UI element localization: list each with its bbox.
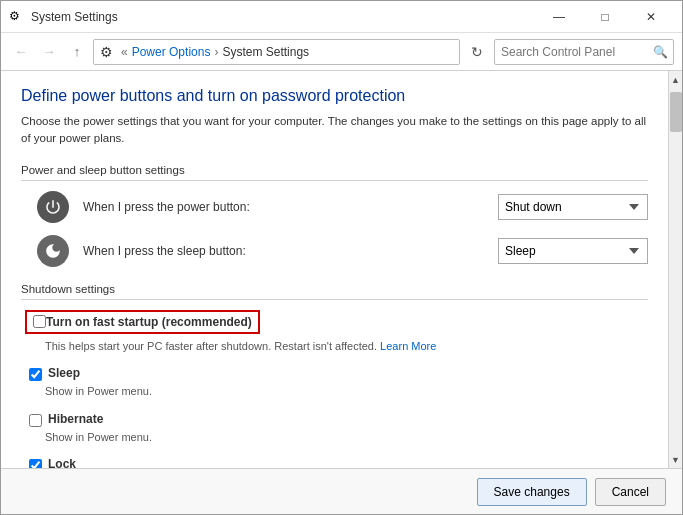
- sleep-button-label: When I press the sleep button:: [83, 244, 498, 258]
- lock-row: Lock: [21, 457, 648, 468]
- learn-more-link[interactable]: Learn More: [380, 340, 436, 352]
- window-icon: ⚙: [9, 9, 25, 25]
- page-title: Define power buttons and turn on passwor…: [21, 87, 648, 105]
- hibernate-row: Hibernate: [21, 412, 648, 427]
- shutdown-section: Shutdown settings Turn on fast startup (…: [21, 283, 648, 469]
- close-button[interactable]: ✕: [628, 1, 674, 33]
- sleep-button-row: When I press the sleep button: Sleep Do …: [21, 235, 648, 267]
- sleep-button-select[interactable]: Sleep Do nothing Hibernate Shut down: [498, 238, 648, 264]
- address-bar: ← → ↑ ⚙ « Power Options › System Setting…: [1, 33, 682, 71]
- breadcrumb-power-options[interactable]: Power Options: [132, 45, 211, 59]
- window-title: System Settings: [31, 10, 536, 24]
- minimize-button[interactable]: —: [536, 1, 582, 33]
- footer: Save changes Cancel: [1, 468, 682, 514]
- hibernate-help: Show in Power menu.: [21, 429, 648, 446]
- title-bar: ⚙ System Settings — □ ✕: [1, 1, 682, 33]
- scroll-track: [669, 88, 683, 451]
- cancel-button[interactable]: Cancel: [595, 478, 666, 506]
- breadcrumb-current: System Settings: [222, 45, 309, 59]
- window: ⚙ System Settings — □ ✕ ← → ↑ ⚙ « Power …: [0, 0, 683, 515]
- search-wrapper: 🔍: [494, 39, 674, 65]
- breadcrumb-arrow: ›: [214, 45, 218, 59]
- breadcrumb-icon: ⚙: [100, 44, 113, 60]
- power-button-row: When I press the power button: Shut down…: [21, 191, 648, 223]
- maximize-button[interactable]: □: [582, 1, 628, 33]
- main-content: Define power buttons and turn on passwor…: [1, 71, 668, 468]
- fast-startup-help: This helps start your PC faster after sh…: [21, 338, 648, 355]
- breadcrumb: ⚙ « Power Options › System Settings: [93, 39, 460, 65]
- forward-button[interactable]: →: [37, 40, 61, 64]
- fast-startup-checkbox[interactable]: [33, 315, 46, 328]
- sleep-button-icon: [37, 235, 69, 267]
- hibernate-label: Hibernate: [48, 412, 103, 426]
- lock-label: Lock: [48, 457, 76, 468]
- power-button-select[interactable]: Shut down Do nothing Sleep Hibernate Tur…: [498, 194, 648, 220]
- sleep-row: Sleep: [21, 366, 648, 381]
- power-button-icon: [37, 191, 69, 223]
- lock-checkbox[interactable]: [29, 459, 42, 468]
- power-sleep-section-title: Power and sleep button settings: [21, 164, 648, 181]
- back-button[interactable]: ←: [9, 40, 33, 64]
- up-button[interactable]: ↑: [65, 40, 89, 64]
- sleep-checkbox[interactable]: [29, 368, 42, 381]
- page-description: Choose the power settings that you want …: [21, 113, 648, 148]
- scroll-thumb[interactable]: [670, 92, 682, 132]
- fast-startup-label: Turn on fast startup (recommended): [46, 315, 252, 329]
- scrollbar: ▲ ▼: [668, 71, 682, 468]
- shutdown-section-title: Shutdown settings: [21, 283, 648, 300]
- hibernate-checkbox[interactable]: [29, 414, 42, 427]
- scroll-down-arrow[interactable]: ▼: [669, 451, 683, 468]
- refresh-button[interactable]: ↻: [464, 39, 490, 65]
- power-button-label: When I press the power button:: [83, 200, 498, 214]
- sleep-label: Sleep: [48, 366, 80, 380]
- sleep-help: Show in Power menu.: [21, 383, 648, 400]
- scroll-up-arrow[interactable]: ▲: [669, 71, 683, 88]
- search-input[interactable]: [494, 39, 674, 65]
- save-changes-button[interactable]: Save changes: [477, 478, 587, 506]
- fast-startup-highlighted-box: Turn on fast startup (recommended): [25, 310, 260, 334]
- window-controls: — □ ✕: [536, 1, 674, 33]
- content-wrapper: Define power buttons and turn on passwor…: [1, 71, 682, 468]
- breadcrumb-sep1: «: [121, 45, 128, 59]
